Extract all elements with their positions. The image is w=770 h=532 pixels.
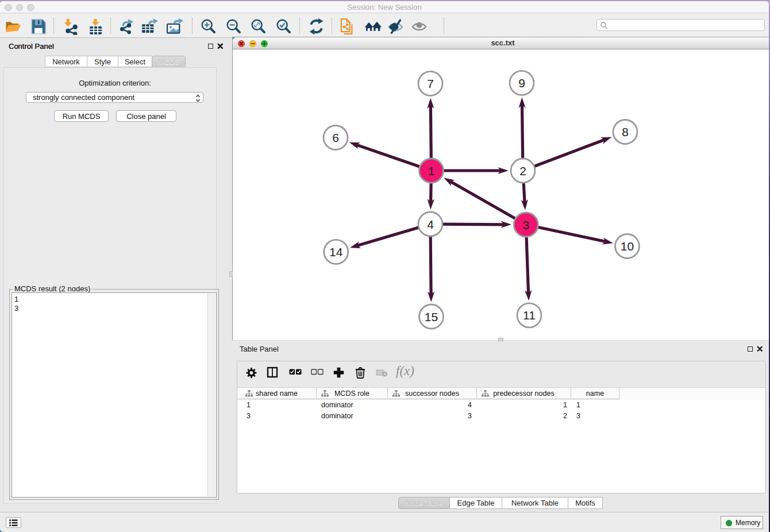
svg-text:6: 6: [332, 131, 339, 144]
svg-text:10: 10: [621, 240, 634, 253]
svg-text:11: 11: [523, 309, 536, 322]
svg-text:7: 7: [427, 77, 434, 90]
svg-text:15: 15: [425, 310, 438, 323]
svg-text:3: 3: [522, 218, 529, 232]
svg-text:8: 8: [622, 125, 629, 138]
svg-text:2: 2: [519, 164, 526, 178]
svg-text:14: 14: [329, 245, 343, 259]
svg-text:9: 9: [518, 76, 525, 90]
svg-text:4: 4: [427, 218, 434, 231]
svg-text:1: 1: [428, 164, 435, 178]
